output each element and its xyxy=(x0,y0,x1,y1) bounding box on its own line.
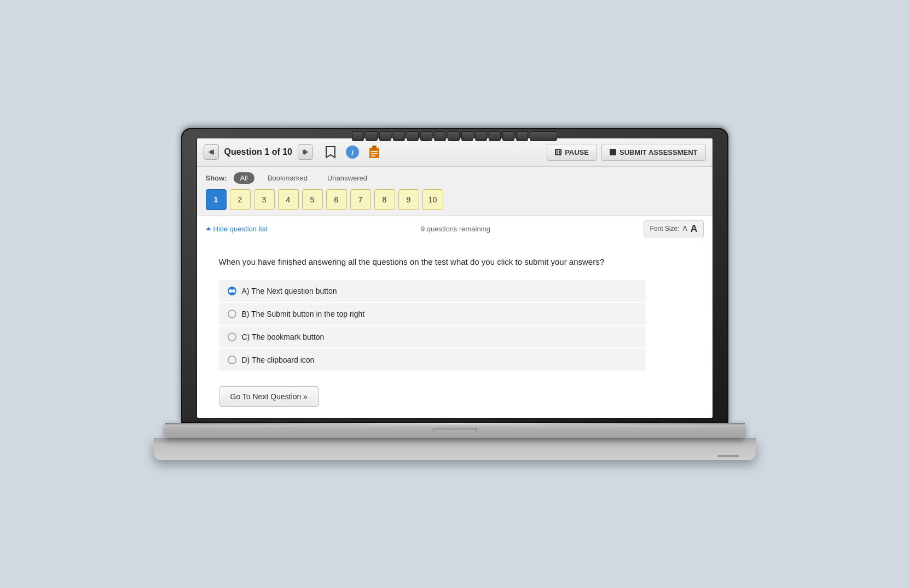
info-toolbar-button[interactable]: i xyxy=(343,142,362,162)
filter-bookmarked-button[interactable]: Bookmarked xyxy=(261,172,314,184)
screen-inner: Question 1 of 10 i xyxy=(196,138,713,419)
pause-button[interactable]: PAUSE xyxy=(547,144,597,161)
question-area: When you have finished answering all the… xyxy=(197,240,713,418)
answer-label-a: A) The Next question button xyxy=(242,287,337,295)
question-number-grid: 1 2 3 4 5 6 7 8 9 10 xyxy=(206,189,704,210)
question-number-5[interactable]: 5 xyxy=(302,189,323,210)
answer-label-b: B) The Submit button in the top right xyxy=(242,310,365,318)
font-size-large-button[interactable]: A xyxy=(691,223,698,235)
bookmark-icon xyxy=(325,145,336,159)
prev-arrow-icon2 xyxy=(210,149,214,155)
next-arrow-icon2 xyxy=(304,149,308,155)
pause-bar-2 xyxy=(559,150,560,154)
answer-option-a[interactable]: A) The Next question button xyxy=(219,280,646,302)
question-list-panel: Show: All Bookmarked Unanswered 1 2 3 4 … xyxy=(197,167,713,216)
svg-rect-0 xyxy=(369,148,379,158)
font-size-small-button[interactable]: A xyxy=(682,225,687,232)
question-number-10[interactable]: 10 xyxy=(422,189,443,210)
filter-unanswered-button[interactable]: Unanswered xyxy=(321,172,374,184)
answer-option-b[interactable]: B) The Submit button in the top right xyxy=(219,303,646,325)
submit-label: SUBMIT ASSESSMENT xyxy=(619,148,698,156)
show-label: Show: xyxy=(206,174,227,182)
radio-c xyxy=(228,333,236,341)
laptop-wrapper: Question 1 of 10 i xyxy=(154,128,756,461)
info-icon: i xyxy=(346,145,359,159)
show-filter: Show: All Bookmarked Unanswered xyxy=(206,172,704,184)
question-number-2[interactable]: 2 xyxy=(230,189,251,210)
hide-question-list-link[interactable]: Hide question list xyxy=(206,225,268,233)
filter-all-button[interactable]: All xyxy=(234,172,254,184)
pause-icon xyxy=(555,149,561,155)
clipboard-toolbar-button[interactable] xyxy=(364,142,384,162)
bookmark-toolbar-button[interactable] xyxy=(321,142,340,162)
radio-dot-a xyxy=(229,289,232,293)
question-number-9[interactable]: 9 xyxy=(398,189,419,210)
questions-remaining: 9 questions remaining xyxy=(421,225,490,233)
question-text: When you have finished answering all the… xyxy=(219,256,657,269)
question-label: Question 1 of 10 xyxy=(224,147,292,157)
question-number-6[interactable]: 6 xyxy=(326,189,347,210)
screen-bezel: Question 1 of 10 i xyxy=(181,128,728,423)
radio-a xyxy=(228,287,236,295)
answer-label-d: D) The clipboard icon xyxy=(242,356,315,364)
prev-question-button[interactable] xyxy=(204,144,219,160)
pause-bar-1 xyxy=(557,150,558,154)
answer-options: A) The Next question button B) The Submi… xyxy=(219,280,646,371)
next-question-nav-button[interactable] xyxy=(298,144,313,160)
radio-b xyxy=(228,310,236,318)
question-number-8[interactable]: 8 xyxy=(374,189,395,210)
trackpad-notch xyxy=(433,428,477,433)
question-number-7[interactable]: 7 xyxy=(350,189,371,210)
assessment-ui: Question 1 of 10 i xyxy=(197,138,713,418)
svg-rect-2 xyxy=(371,151,378,152)
svg-rect-3 xyxy=(371,153,378,154)
font-size-control: Font Size: A A xyxy=(644,220,703,237)
laptop-base xyxy=(165,423,745,438)
next-question-button[interactable]: Go To Next Question » xyxy=(219,386,319,407)
question-number-1[interactable]: 1 xyxy=(206,189,227,210)
answer-option-d[interactable]: D) The clipboard icon xyxy=(219,349,646,371)
question-number-4[interactable]: 4 xyxy=(278,189,299,210)
hide-arrow-icon xyxy=(206,227,211,230)
submit-icon xyxy=(610,149,616,155)
hide-label: Hide question list xyxy=(213,225,268,233)
clipboard-icon xyxy=(368,145,380,159)
pause-label: PAUSE xyxy=(565,148,589,156)
radio-d xyxy=(228,356,236,364)
panel-footer: Hide question list 9 questions remaining… xyxy=(197,216,713,240)
laptop-foot xyxy=(154,438,756,460)
foot-strip xyxy=(717,455,739,457)
svg-rect-1 xyxy=(372,145,377,149)
svg-rect-4 xyxy=(371,155,375,156)
answer-option-c[interactable]: C) The bookmark button xyxy=(219,326,646,348)
answer-label-c: C) The bookmark button xyxy=(242,333,325,341)
submit-assessment-button[interactable]: SUBMIT ASSESSMENT xyxy=(601,144,706,161)
font-size-label: Font Size: xyxy=(650,225,679,232)
question-number-3[interactable]: 3 xyxy=(254,189,275,210)
